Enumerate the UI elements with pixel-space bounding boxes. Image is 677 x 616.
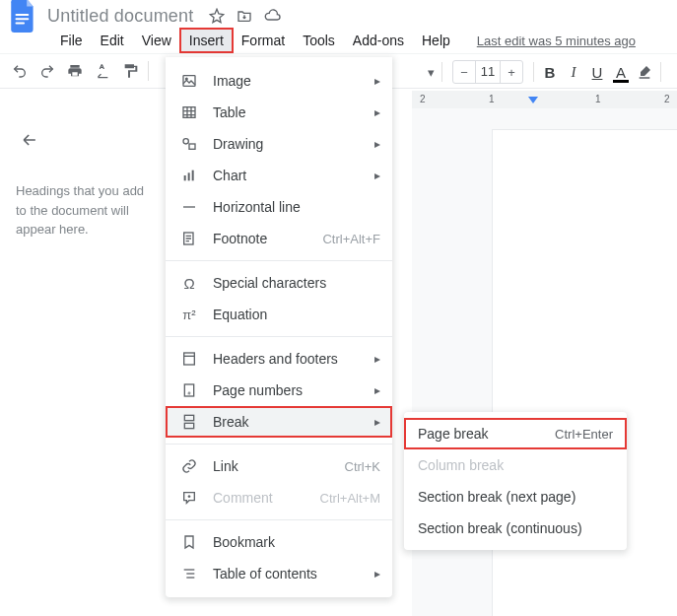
menu-item-label: Horizontal line [213,199,380,215]
spellcheck-button[interactable] [89,57,116,85]
menu-item-image[interactable]: Image▸ [166,65,392,97]
menu-view[interactable]: View [133,29,180,52]
font-size-decrease[interactable]: − [453,61,475,83]
menu-shortcut: Ctrl+Alt+F [322,232,380,246]
menu-item-label: Link [213,458,345,474]
menu-item-page-numbers[interactable]: #Page numbers▸ [166,375,392,406]
menu-item-special-characters[interactable]: ΩSpecial characters [166,267,392,299]
menu-item-label: Chart [213,168,369,183]
menu-item-label: Page numbers [213,382,369,398]
menu-edit[interactable]: Edit [92,29,133,52]
headers-icon [179,349,199,369]
print-button[interactable] [61,57,89,85]
back-arrow-button[interactable] [16,126,43,154]
submenu-arrow-icon: ▸ [374,74,380,88]
menu-insert[interactable]: Insert [180,29,233,52]
highlight-button[interactable] [633,58,656,86]
menu-item-footnote[interactable]: FootnoteCtrl+Alt+F [166,223,392,254]
svg-rect-5 [183,107,195,118]
ruler[interactable]: 2112 [412,91,677,108]
hr-icon [179,197,199,217]
drawing-icon [179,134,199,154]
svg-rect-10 [192,171,194,181]
insert-menu-panel: Image▸Table▸Drawing▸Chart▸Horizontal lin… [166,57,392,597]
break-option-label: Section break (continuous) [418,520,582,536]
menu-file[interactable]: File [51,29,92,52]
undo-button[interactable] [6,57,34,85]
menu-item-equation[interactable]: π²Equation [166,299,392,330]
break-option-page-break[interactable]: Page breakCtrl+Enter [404,418,627,449]
font-dropdown-caret[interactable]: ▾ [424,65,438,80]
menu-add-ons[interactable]: Add-ons [344,29,413,52]
menu-format[interactable]: Format [233,29,294,52]
break-shortcut: Ctrl+Enter [555,427,613,442]
svg-rect-18 [184,423,193,428]
menu-item-bookmark[interactable]: Bookmark [166,526,392,558]
break-submenu-panel: Page breakCtrl+EnterColumn breakSection … [404,412,627,550]
menu-item-table[interactable]: Table▸ [166,97,392,128]
paint-format-button[interactable] [116,57,144,85]
docs-logo[interactable] [6,0,41,39]
font-size-increase[interactable]: + [501,61,522,83]
outline-placeholder: Headings that you add to the document wi… [16,181,150,240]
svg-rect-9 [188,172,190,180]
submenu-arrow-icon: ▸ [374,352,380,366]
comment-icon [179,488,199,508]
submenu-arrow-icon: ▸ [374,105,380,119]
submenu-arrow-icon: ▸ [374,169,380,182]
menu-item-horizontal-line[interactable]: Horizontal line [166,191,392,223]
menu-bar: FileEditViewInsertFormatToolsAdd-onsHelp… [0,28,677,53]
svg-rect-13 [184,353,195,365]
menu-item-label: Special characters [213,275,380,291]
break-icon [179,412,199,432]
move-icon[interactable] [236,7,253,25]
submenu-arrow-icon: ▸ [374,567,380,581]
ruler-tick: 2 [664,94,670,104]
menu-item-label: Image [213,73,369,89]
cloud-icon[interactable] [263,7,281,25]
menu-item-table-of-contents[interactable]: Table of contents▸ [166,558,392,589]
last-edit-link[interactable]: Last edit was 5 minutes ago [477,34,636,48]
table-icon [179,103,199,122]
bold-button[interactable]: B [538,58,562,86]
omega-icon: Ω [179,273,199,293]
menu-item-link[interactable]: LinkCtrl+K [166,450,392,482]
italic-button[interactable]: I [562,58,585,86]
menu-item-label: Footnote [213,231,322,246]
break-option-section-break-continuous-[interactable]: Section break (continuous) [404,513,627,544]
menu-item-drawing[interactable]: Drawing▸ [166,128,392,160]
underline-button[interactable]: U [585,58,609,86]
menu-item-label: Table of contents [213,566,369,582]
star-icon[interactable] [208,7,226,25]
menu-item-label: Equation [213,307,380,322]
menu-item-label: Drawing [213,136,369,152]
menu-item-headers-and-footers[interactable]: Headers and footers▸ [166,343,392,375]
ruler-tick: 1 [489,94,495,104]
menu-item-label: Comment [213,490,320,506]
svg-rect-0 [16,14,30,16]
font-size-value[interactable]: 11 [475,61,501,83]
image-icon [179,71,199,91]
doc-title[interactable]: Untitled document [47,6,193,27]
redo-button[interactable] [34,57,61,85]
menu-item-break[interactable]: Break▸ [166,406,392,438]
break-option-section-break-next-page-[interactable]: Section break (next page) [404,481,627,513]
menu-item-chart[interactable]: Chart▸ [166,160,392,191]
ruler-indent-marker[interactable] [528,97,538,103]
menu-item-label: Bookmark [213,534,380,550]
bookmark-icon [179,532,199,552]
svg-rect-8 [184,175,186,180]
svg-rect-1 [16,18,30,20]
svg-rect-2 [16,22,26,24]
menu-item-label: Table [213,104,369,120]
menu-item-label: Headers and footers [213,351,369,367]
menu-item-comment[interactable]: CommentCtrl+Alt+M [166,482,392,513]
pagenum-icon: # [179,380,199,400]
menu-shortcut: Ctrl+K [345,459,380,474]
ruler-tick: 2 [420,94,426,104]
menu-tools[interactable]: Tools [294,29,344,52]
submenu-arrow-icon: ▸ [374,137,380,151]
svg-point-4 [185,78,187,80]
text-color-button[interactable]: A [609,58,633,86]
menu-help[interactable]: Help [413,29,459,52]
